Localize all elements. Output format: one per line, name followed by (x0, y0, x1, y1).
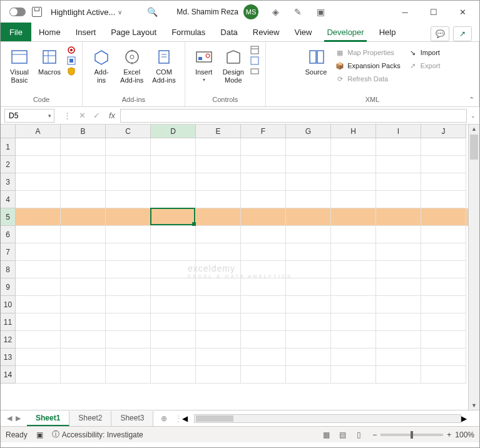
tab-insert[interactable]: Insert (68, 23, 104, 41)
cell[interactable] (106, 173, 151, 191)
cell[interactable] (61, 313, 106, 331)
row-header[interactable]: 11 (1, 313, 16, 331)
cell[interactable] (106, 191, 151, 208)
view-code-icon[interactable] (250, 56, 259, 65)
cell[interactable] (376, 138, 421, 156)
cell[interactable] (196, 366, 241, 384)
run-dialog-icon[interactable] (250, 67, 259, 76)
cell[interactable] (331, 296, 376, 313)
minimize-button[interactable]: ─ (391, 1, 419, 23)
cell[interactable] (286, 226, 331, 243)
cell[interactable] (421, 296, 466, 313)
cell[interactable] (16, 191, 61, 208)
cell[interactable] (376, 226, 421, 243)
com-addins-button[interactable]: COM Add-ins (148, 44, 179, 87)
cell[interactable] (376, 366, 421, 384)
source-button[interactable]: Source (301, 44, 330, 79)
zoom-slider[interactable] (380, 434, 443, 436)
file-tab[interactable]: File (1, 23, 31, 41)
row-header[interactable]: 8 (1, 261, 16, 278)
cell[interactable] (241, 173, 286, 191)
row-header[interactable]: 2 (1, 156, 16, 173)
cell[interactable] (196, 191, 241, 208)
cell[interactable] (331, 226, 376, 243)
cell[interactable] (376, 349, 421, 366)
cell[interactable] (286, 208, 331, 226)
cell[interactable] (376, 296, 421, 313)
cell[interactable] (106, 261, 151, 278)
cell[interactable] (331, 208, 376, 226)
accessibility-status[interactable]: ⓘ Accessibility: Investigate (52, 429, 143, 440)
row-header[interactable]: 5 (1, 208, 16, 226)
cell[interactable] (196, 173, 241, 191)
cell[interactable] (16, 296, 61, 313)
cell[interactable] (106, 243, 151, 261)
cell[interactable] (151, 278, 196, 296)
cell[interactable] (151, 366, 196, 384)
column-header[interactable]: G (286, 125, 331, 138)
cell[interactable] (16, 331, 61, 349)
cell[interactable] (196, 208, 241, 226)
cell[interactable] (421, 208, 466, 226)
cell[interactable] (286, 278, 331, 296)
cell[interactable] (16, 261, 61, 278)
cell[interactable] (151, 313, 196, 331)
cell[interactable] (151, 191, 196, 208)
cell[interactable] (421, 138, 466, 156)
cell[interactable] (151, 296, 196, 313)
cell[interactable] (106, 138, 151, 156)
column-header[interactable]: F (241, 125, 286, 138)
cell[interactable] (196, 278, 241, 296)
cell[interactable] (61, 261, 106, 278)
sheet-tab[interactable]: Sheet2 (69, 411, 111, 426)
cell[interactable] (151, 156, 196, 173)
scroll-up-icon[interactable]: ▲ (469, 126, 479, 132)
cell[interactable] (61, 226, 106, 243)
cell[interactable] (286, 138, 331, 156)
row-header[interactable]: 10 (1, 296, 16, 313)
cell[interactable] (196, 226, 241, 243)
search-icon[interactable]: 🔍 (147, 7, 158, 17)
cell[interactable] (106, 313, 151, 331)
record-macro-icon[interactable] (67, 46, 76, 54)
cell[interactable] (61, 349, 106, 366)
design-mode-button[interactable]: Design Mode (219, 44, 248, 87)
cell[interactable] (241, 331, 286, 349)
row-header[interactable]: 4 (1, 191, 16, 208)
cell[interactable] (106, 349, 151, 366)
cell[interactable] (376, 313, 421, 331)
cell[interactable] (421, 349, 466, 366)
cell[interactable] (241, 208, 286, 226)
cell[interactable] (421, 366, 466, 384)
cell[interactable] (286, 366, 331, 384)
cell[interactable] (61, 278, 106, 296)
hscroll-right-icon[interactable]: ▶ (461, 414, 467, 423)
cell[interactable] (286, 156, 331, 173)
cell[interactable] (61, 191, 106, 208)
row-header[interactable]: 6 (1, 226, 16, 243)
column-header[interactable]: I (376, 125, 421, 138)
cell[interactable] (106, 208, 151, 226)
cell[interactable] (106, 296, 151, 313)
cancel-formula-icon[interactable]: ✕ (79, 111, 86, 120)
cell[interactable] (286, 261, 331, 278)
row-header[interactable]: 13 (1, 349, 16, 366)
cell[interactable] (16, 313, 61, 331)
visual-basic-button[interactable]: Visual Basic (6, 44, 33, 87)
name-box[interactable]: D5 (4, 109, 54, 123)
enter-formula-icon[interactable]: ✓ (93, 111, 100, 120)
cell[interactable] (16, 278, 61, 296)
page-break-button[interactable]: ▯ (351, 429, 366, 441)
cell[interactable] (61, 173, 106, 191)
cell[interactable] (421, 278, 466, 296)
tab-help[interactable]: Help (372, 23, 404, 41)
cell[interactable] (16, 156, 61, 173)
row-header[interactable]: 9 (1, 278, 16, 296)
tab-review[interactable]: Review (245, 23, 287, 41)
cell[interactable] (16, 243, 61, 261)
autosave-toggle[interactable] (9, 8, 26, 16)
cell[interactable] (331, 191, 376, 208)
cell[interactable] (151, 331, 196, 349)
cell[interactable] (286, 173, 331, 191)
cell[interactable] (286, 191, 331, 208)
